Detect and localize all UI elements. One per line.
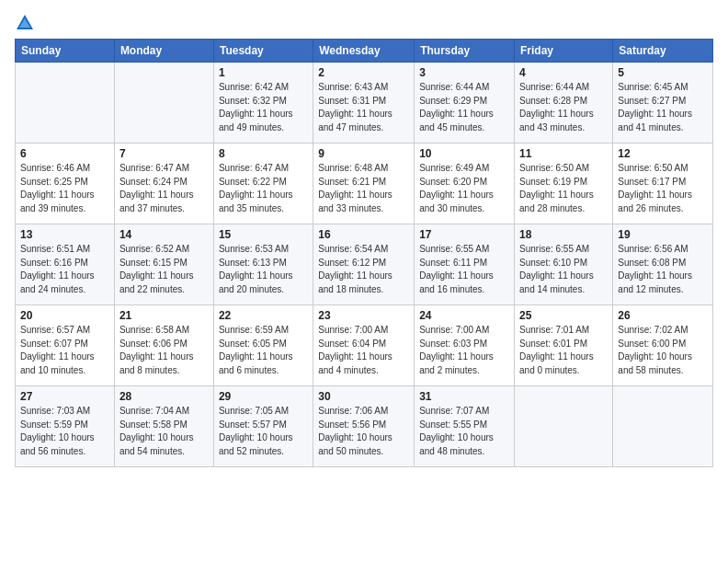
header	[15, 9, 713, 33]
calendar-week-3: 13Sunrise: 6:51 AM Sunset: 6:16 PM Dayli…	[16, 224, 713, 305]
day-number: 30	[318, 390, 409, 403]
day-detail: Sunrise: 6:52 AM Sunset: 6:15 PM Dayligh…	[119, 243, 209, 296]
calendar-cell: 13Sunrise: 6:51 AM Sunset: 6:16 PM Dayli…	[16, 224, 115, 305]
calendar-cell: 22Sunrise: 6:59 AM Sunset: 6:05 PM Dayli…	[213, 305, 313, 386]
calendar-cell: 5Sunrise: 6:45 AM Sunset: 6:27 PM Daylig…	[613, 63, 713, 144]
day-number: 16	[318, 228, 409, 241]
weekday-header-saturday: Saturday	[613, 40, 713, 63]
day-number: 11	[519, 147, 608, 160]
day-detail: Sunrise: 7:02 AM Sunset: 6:00 PM Dayligh…	[618, 324, 708, 377]
day-detail: Sunrise: 7:03 AM Sunset: 5:59 PM Dayligh…	[20, 405, 109, 458]
day-detail: Sunrise: 6:44 AM Sunset: 6:28 PM Dayligh…	[519, 81, 608, 134]
calendar-cell: 15Sunrise: 6:53 AM Sunset: 6:13 PM Dayli…	[213, 224, 313, 305]
calendar-cell: 6Sunrise: 6:46 AM Sunset: 6:25 PM Daylig…	[16, 144, 115, 224]
calendar-cell	[515, 386, 613, 467]
calendar-cell: 23Sunrise: 7:00 AM Sunset: 6:04 PM Dayli…	[313, 305, 415, 386]
day-number: 10	[419, 147, 509, 160]
calendar-cell: 1Sunrise: 6:42 AM Sunset: 6:32 PM Daylig…	[213, 63, 313, 144]
calendar-cell: 9Sunrise: 6:48 AM Sunset: 6:21 PM Daylig…	[313, 144, 415, 224]
day-detail: Sunrise: 6:47 AM Sunset: 6:22 PM Dayligh…	[219, 162, 308, 215]
weekday-header-tuesday: Tuesday	[213, 40, 313, 63]
day-detail: Sunrise: 6:43 AM Sunset: 6:31 PM Dayligh…	[318, 81, 409, 134]
calendar-cell	[114, 63, 213, 144]
logo-icon	[15, 13, 35, 33]
day-number: 5	[618, 66, 708, 79]
calendar-cell: 28Sunrise: 7:04 AM Sunset: 5:58 PM Dayli…	[114, 386, 213, 467]
day-number: 7	[119, 147, 209, 160]
calendar-header: SundayMondayTuesdayWednesdayThursdayFrid…	[16, 40, 713, 63]
calendar-cell: 18Sunrise: 6:55 AM Sunset: 6:10 PM Dayli…	[515, 224, 613, 305]
day-number: 20	[20, 309, 109, 322]
day-detail: Sunrise: 6:54 AM Sunset: 6:12 PM Dayligh…	[318, 243, 409, 296]
day-detail: Sunrise: 7:01 AM Sunset: 6:01 PM Dayligh…	[519, 324, 608, 377]
weekday-header-row: SundayMondayTuesdayWednesdayThursdayFrid…	[16, 40, 713, 63]
day-number: 23	[318, 309, 409, 322]
calendar-cell: 12Sunrise: 6:50 AM Sunset: 6:17 PM Dayli…	[613, 144, 713, 224]
day-detail: Sunrise: 6:46 AM Sunset: 6:25 PM Dayligh…	[20, 162, 109, 215]
weekday-header-monday: Monday	[114, 40, 213, 63]
calendar-cell: 20Sunrise: 6:57 AM Sunset: 6:07 PM Dayli…	[16, 305, 115, 386]
day-detail: Sunrise: 6:58 AM Sunset: 6:06 PM Dayligh…	[119, 324, 209, 377]
day-detail: Sunrise: 6:50 AM Sunset: 6:17 PM Dayligh…	[618, 162, 708, 215]
logo	[15, 13, 39, 33]
day-number: 26	[618, 309, 708, 322]
calendar-cell: 3Sunrise: 6:44 AM Sunset: 6:29 PM Daylig…	[415, 63, 515, 144]
calendar-body: 1Sunrise: 6:42 AM Sunset: 6:32 PM Daylig…	[16, 63, 713, 467]
calendar-cell: 21Sunrise: 6:58 AM Sunset: 6:06 PM Dayli…	[114, 305, 213, 386]
calendar-cell	[16, 63, 115, 144]
day-number: 25	[519, 309, 608, 322]
day-detail: Sunrise: 6:51 AM Sunset: 6:16 PM Dayligh…	[20, 243, 109, 296]
day-detail: Sunrise: 6:45 AM Sunset: 6:27 PM Dayligh…	[618, 81, 708, 134]
calendar-cell: 31Sunrise: 7:07 AM Sunset: 5:55 PM Dayli…	[415, 386, 515, 467]
day-detail: Sunrise: 6:50 AM Sunset: 6:19 PM Dayligh…	[519, 162, 608, 215]
day-number: 21	[119, 309, 209, 322]
day-number: 31	[419, 390, 509, 403]
calendar-cell: 7Sunrise: 6:47 AM Sunset: 6:24 PM Daylig…	[114, 144, 213, 224]
calendar-cell: 26Sunrise: 7:02 AM Sunset: 6:00 PM Dayli…	[613, 305, 713, 386]
calendar-cell: 24Sunrise: 7:00 AM Sunset: 6:03 PM Dayli…	[415, 305, 515, 386]
weekday-header-thursday: Thursday	[415, 40, 515, 63]
calendar-cell: 19Sunrise: 6:56 AM Sunset: 6:08 PM Dayli…	[613, 224, 713, 305]
calendar-week-4: 20Sunrise: 6:57 AM Sunset: 6:07 PM Dayli…	[16, 305, 713, 386]
day-number: 3	[419, 66, 509, 79]
calendar-week-5: 27Sunrise: 7:03 AM Sunset: 5:59 PM Dayli…	[16, 386, 713, 467]
day-detail: Sunrise: 7:00 AM Sunset: 6:04 PM Dayligh…	[318, 324, 409, 377]
calendar-cell: 10Sunrise: 6:49 AM Sunset: 6:20 PM Dayli…	[415, 144, 515, 224]
day-detail: Sunrise: 6:53 AM Sunset: 6:13 PM Dayligh…	[219, 243, 308, 296]
day-detail: Sunrise: 7:07 AM Sunset: 5:55 PM Dayligh…	[419, 405, 509, 458]
weekday-header-sunday: Sunday	[16, 40, 115, 63]
day-detail: Sunrise: 7:00 AM Sunset: 6:03 PM Dayligh…	[419, 324, 509, 377]
day-number: 19	[618, 228, 708, 241]
calendar-cell: 4Sunrise: 6:44 AM Sunset: 6:28 PM Daylig…	[515, 63, 613, 144]
day-number: 14	[119, 228, 209, 241]
day-detail: Sunrise: 7:04 AM Sunset: 5:58 PM Dayligh…	[119, 405, 209, 458]
day-number: 28	[119, 390, 209, 403]
day-number: 15	[219, 228, 308, 241]
day-detail: Sunrise: 7:06 AM Sunset: 5:56 PM Dayligh…	[318, 405, 409, 458]
calendar-cell: 17Sunrise: 6:55 AM Sunset: 6:11 PM Dayli…	[415, 224, 515, 305]
day-number: 4	[519, 66, 608, 79]
day-detail: Sunrise: 6:56 AM Sunset: 6:08 PM Dayligh…	[618, 243, 708, 296]
day-number: 17	[419, 228, 509, 241]
calendar-cell	[613, 386, 713, 467]
calendar-cell: 14Sunrise: 6:52 AM Sunset: 6:15 PM Dayli…	[114, 224, 213, 305]
day-detail: Sunrise: 6:59 AM Sunset: 6:05 PM Dayligh…	[219, 324, 308, 377]
day-detail: Sunrise: 6:47 AM Sunset: 6:24 PM Dayligh…	[119, 162, 209, 215]
day-detail: Sunrise: 6:55 AM Sunset: 6:11 PM Dayligh…	[419, 243, 509, 296]
day-detail: Sunrise: 6:44 AM Sunset: 6:29 PM Dayligh…	[419, 81, 509, 134]
day-number: 18	[519, 228, 608, 241]
day-number: 22	[219, 309, 308, 322]
calendar-cell: 25Sunrise: 7:01 AM Sunset: 6:01 PM Dayli…	[515, 305, 613, 386]
calendar-cell: 16Sunrise: 6:54 AM Sunset: 6:12 PM Dayli…	[313, 224, 415, 305]
day-number: 24	[419, 309, 509, 322]
day-detail: Sunrise: 6:42 AM Sunset: 6:32 PM Dayligh…	[219, 81, 308, 134]
day-number: 13	[20, 228, 109, 241]
calendar-cell: 2Sunrise: 6:43 AM Sunset: 6:31 PM Daylig…	[313, 63, 415, 144]
calendar-cell: 30Sunrise: 7:06 AM Sunset: 5:56 PM Dayli…	[313, 386, 415, 467]
calendar-cell: 27Sunrise: 7:03 AM Sunset: 5:59 PM Dayli…	[16, 386, 115, 467]
day-detail: Sunrise: 6:49 AM Sunset: 6:20 PM Dayligh…	[419, 162, 509, 215]
calendar-cell: 11Sunrise: 6:50 AM Sunset: 6:19 PM Dayli…	[515, 144, 613, 224]
day-detail: Sunrise: 6:48 AM Sunset: 6:21 PM Dayligh…	[318, 162, 409, 215]
day-number: 6	[20, 147, 109, 160]
day-number: 2	[318, 66, 409, 79]
